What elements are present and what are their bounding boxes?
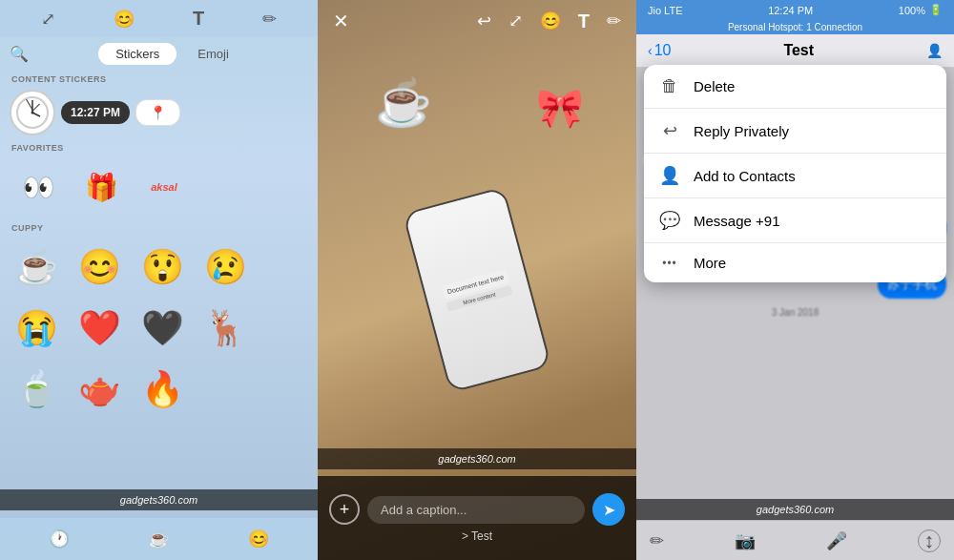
panel2-watermark: gadgets360.com (318, 448, 636, 469)
crop-icon-2[interactable]: ⤢ (508, 10, 523, 31)
search-tab-row: 🔍 Stickers Emoji (0, 37, 318, 71)
header-actions: 👤 (926, 43, 943, 58)
stickers-panel: ⤢ 😊 T ✏ 🔍 Stickers Emoji CONTENT STICKER… (0, 0, 318, 560)
sticker-pack-icon[interactable]: ☕ (148, 529, 169, 550)
coffee-sticker: ☕ (375, 76, 432, 130)
sticker-gift[interactable]: 🎁 (73, 158, 130, 216)
more-label: More (694, 255, 726, 271)
back-button[interactable]: ‹ 10 (648, 42, 671, 59)
content-stickers-row: 12:27 PM 📍 (0, 86, 318, 139)
scroll-icon[interactable]: ↕ (918, 529, 941, 552)
status-left: Jio LTE (648, 5, 682, 16)
search-icon[interactable]: 🔍 (10, 45, 29, 63)
menu-item-add-contact[interactable]: 👤 Add to Contacts (644, 154, 946, 198)
menu-item-more[interactable]: ••• More (644, 243, 946, 282)
draw-icon[interactable]: ✏ (607, 10, 621, 31)
pen-icon[interactable]: ✏ (262, 9, 277, 30)
message-label: Message +91 (694, 213, 779, 229)
sticker-sad-cup[interactable]: 😢 (197, 239, 254, 296)
photo-editor-panel: ☕ 🎀 Document text here More content ✕ ↩ … (318, 0, 636, 560)
delete-icon: 🗑 (659, 76, 680, 96)
conversation-title: Test (671, 42, 926, 59)
emoji-icon[interactable]: 😊 (540, 10, 561, 31)
sticker-shocked-cup[interactable]: 😲 (134, 239, 191, 296)
pink-sticker: 🎀 (536, 86, 584, 131)
battery-text: 100% (899, 5, 925, 16)
sticker-wink-cup[interactable]: 😊 (71, 239, 128, 296)
menu-item-delete[interactable]: 🗑 Delete (644, 65, 946, 109)
sticker-tea[interactable]: 🫖 (71, 361, 128, 418)
sticker-happy-cup[interactable]: ☕ (8, 239, 65, 296)
add-button[interactable]: + (329, 494, 360, 525)
ios-statusbar: Jio LTE 12:24 PM 100% 🔋 (636, 0, 954, 20)
back-count: 10 (654, 42, 672, 59)
delete-label: Delete (694, 78, 735, 94)
cuppy-stickers-2: 😭 ❤️ 🖤 🦌 (0, 300, 318, 361)
back-chevron-icon: ‹ (648, 43, 653, 58)
compose-icon[interactable]: ✏ (650, 530, 664, 551)
time-sticker[interactable]: 12:27 PM (61, 101, 130, 124)
context-menu: 🗑 Delete ↩ Reply Privately 👤 Add to Cont… (644, 65, 946, 282)
text-toolbar-icon[interactable]: T (193, 8, 204, 30)
location-sticker[interactable]: 📍 (135, 99, 180, 126)
menu-item-message[interactable]: 💬 Message +91 (644, 198, 946, 243)
mic-icon[interactable]: 🎤 (826, 530, 847, 551)
date-separator-4: 3 Jan 2018 (636, 301, 954, 323)
cuppy-label: CUPPY (0, 219, 318, 235)
panel3-watermark: gadgets360.com (636, 499, 954, 520)
undo-icon[interactable]: ↩ (477, 10, 491, 31)
cuppy-stickers-3: 🍵 🫖 🔥 (0, 361, 318, 422)
favorites-row: 👀 🎁 aksal (0, 155, 318, 219)
sticker-eyes[interactable]: 👀 (10, 158, 67, 216)
photo-editor-bottombar: + Add a caption... ➤ > Test (318, 476, 636, 560)
battery-icon: 🔋 (929, 4, 943, 16)
tab-emoji[interactable]: Emoji (180, 43, 246, 65)
sticker-deer-cup[interactable]: 🦌 (197, 300, 254, 357)
message-icon: 💬 (659, 210, 680, 231)
sticker-tabs: Stickers Emoji (36, 43, 308, 65)
contact-icon[interactable]: 👤 (926, 43, 943, 58)
reply-icon: ↩ (659, 120, 680, 141)
sticker-black-cup[interactable]: 🖤 (134, 300, 191, 357)
sticker-cry-cup[interactable]: 😭 (8, 300, 65, 357)
clock-bottom-icon[interactable]: 🕐 (49, 529, 70, 550)
sticker-text-fav[interactable]: aksal (135, 158, 193, 216)
send-button[interactable]: ➤ (592, 493, 625, 526)
text-icon[interactable]: T (578, 10, 590, 32)
menu-item-reply[interactable]: ↩ Reply Privately (644, 109, 946, 154)
carrier-text: Jio LTE (648, 5, 682, 16)
photo-editor-topbar: ✕ ↩ ⤢ 😊 T ✏ (318, 0, 636, 42)
sticker-latte[interactable]: 🍵 (8, 361, 65, 418)
keyboard-bar: ✏ 📷 🎤 ↕ (636, 520, 954, 560)
reply-label: Reply Privately (694, 123, 789, 139)
status-time: 12:24 PM (768, 5, 813, 16)
clock-sticker[interactable] (10, 90, 55, 135)
emoji-toolbar-icon[interactable]: 😊 (114, 9, 135, 30)
messages-panel: Jio LTE 12:24 PM 100% 🔋 Personal Hotspot… (636, 0, 954, 560)
more-icon: ••• (659, 257, 680, 270)
status-right: 100% 🔋 (899, 4, 943, 16)
crop-icon[interactable]: ⤢ (41, 9, 55, 30)
content-stickers-label: CONTENT STICKERS (0, 71, 318, 86)
panel1-watermark: gadgets360.com (0, 489, 318, 510)
face-bottom-icon[interactable]: 😊 (248, 529, 269, 550)
add-contact-icon: 👤 (659, 165, 680, 186)
messages-header: ‹ 10 Test 👤 (636, 34, 954, 68)
sticker-fire-cup[interactable]: 🔥 (134, 361, 191, 418)
panel1-bottombar: 🕐 ☕ 😊 (0, 518, 318, 560)
editor-tools: ↩ ⤢ 😊 T ✏ (477, 10, 621, 32)
hotspot-bar: Personal Hotspot: 1 Connection (636, 20, 954, 34)
caption-row: + Add a caption... ➤ (318, 493, 636, 526)
close-button[interactable]: ✕ (333, 10, 349, 32)
recipient-label: > Test (462, 529, 492, 543)
tab-stickers[interactable]: Stickers (98, 43, 176, 65)
caption-input[interactable]: Add a caption... (367, 496, 585, 524)
stickers-toolbar: ⤢ 😊 T ✏ (0, 0, 318, 37)
svg-point-3 (31, 112, 34, 114)
favorites-label: FAVORITES (0, 139, 318, 155)
add-contact-label: Add to Contacts (694, 168, 796, 184)
cuppy-stickers: ☕ 😊 😲 😢 (0, 235, 318, 300)
sticker-heart-cup[interactable]: ❤️ (71, 300, 128, 357)
camera-icon[interactable]: 📷 (735, 530, 756, 551)
